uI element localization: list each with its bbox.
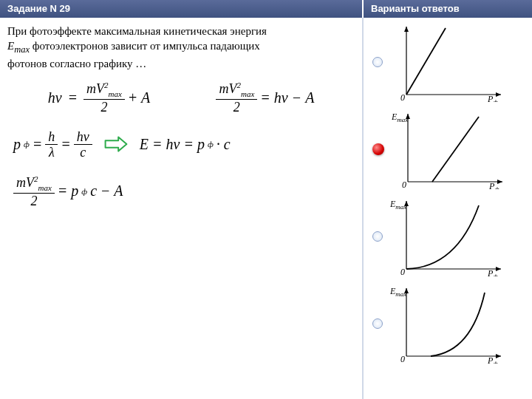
e-lhs: E = hν = p (140, 136, 205, 153)
svg-text:Emax: Emax (392, 112, 408, 123)
formula-energy-1: hν = mV2max 2 + A (48, 81, 151, 114)
svg-marker-18 (496, 354, 501, 358)
axis-origin: 0 (400, 92, 405, 102)
graph-linear-origin: 0 Pф (390, 22, 505, 102)
f1-num: mV (86, 81, 104, 96)
radio-selected-icon[interactable] (372, 143, 384, 155)
question-text: При фотоэффекте максимальная кинетическа… (7, 24, 355, 71)
header-bar: Задание N 29 Варианты ответов (0, 0, 532, 18)
svg-marker-3 (404, 27, 409, 32)
f2-rhs: = hν − A (260, 89, 314, 106)
f2-sub: max (241, 89, 254, 98)
axis-origin-2: 0 (402, 180, 406, 189)
graph-concave-up: Emax 0 Pф (390, 284, 505, 364)
f1-sub: max (109, 89, 122, 98)
p-sub: ф (24, 140, 30, 149)
p-f2n: hν (74, 130, 92, 145)
formula-energy-2: mV2max 2 = hν − A (216, 81, 314, 114)
radio-unselected-icon[interactable] (372, 57, 383, 67)
e-rhs: · c (216, 136, 231, 153)
svg-text:Emax: Emax (390, 286, 406, 298)
p-eq1: = (33, 136, 43, 153)
f2-den: 2 (233, 100, 240, 114)
f3-r2: c − A (90, 183, 123, 200)
svg-marker-6 (497, 180, 502, 184)
answers-title: Варианты ответов (362, 0, 532, 18)
f3-num: mV (16, 175, 34, 190)
question-line2: фотоэлектронов зависит от импульса падаю… (30, 40, 260, 52)
question-line3: фотонов согласно графику … (7, 58, 146, 69)
implies-arrow-icon (104, 134, 128, 154)
svg-marker-12 (496, 267, 501, 271)
task-title: Задание N 29 (0, 0, 362, 18)
p-f2d: c (80, 145, 86, 159)
graph-linear-offset: Emax 0 Pф (392, 109, 506, 189)
formula-final: mV2max 2 = pфc − A (13, 175, 123, 208)
p-f1n: h (45, 130, 58, 145)
answers-panel: 0 Pф Emax 0 Pф (362, 18, 532, 399)
svg-text:Emax: Emax (390, 199, 406, 211)
p-f1d: λ (49, 145, 55, 159)
f3-sub: max (38, 183, 52, 192)
f1-den: 2 (100, 100, 107, 114)
graph-convex-up: Emax 0 Pф (390, 197, 505, 276)
f1-rhs: + A (128, 89, 150, 106)
svg-marker-1 (496, 92, 501, 97)
f2-num: mV (219, 81, 236, 96)
f3-sup: 2 (34, 174, 38, 183)
p-lhs: p (13, 136, 21, 153)
option-1[interactable]: 0 Pф (372, 22, 526, 102)
radio-unselected-icon[interactable] (372, 231, 383, 242)
option-2[interactable]: Emax 0 Pф (372, 109, 526, 189)
axis-origin-3: 0 (400, 267, 405, 276)
f3-sub2: ф (81, 187, 87, 196)
f3-r1: = p (58, 183, 79, 200)
e-sub: ф (208, 140, 214, 149)
radio-unselected-icon[interactable] (372, 318, 383, 329)
option-3[interactable]: Emax 0 Pф (372, 197, 526, 276)
emax-symbol: Emax (7, 40, 30, 52)
f2-sup: 2 (236, 81, 241, 89)
option-4[interactable]: Emax 0 Pф (372, 284, 526, 364)
question-panel: При фотоэффекте максимальная кинетическа… (0, 18, 362, 399)
f3-den: 2 (30, 194, 37, 208)
formula-momentum: pф = h λ = hν c (13, 130, 92, 159)
question-line1: При фотоэффекте максимальная кинетическа… (7, 25, 267, 37)
f1-sup: 2 (104, 81, 109, 89)
axis-origin-4: 0 (400, 354, 405, 364)
f1-lhs: hν (48, 89, 62, 106)
p-eq2: = (61, 136, 71, 153)
formula-energy-momentum: E = hν = pф · c (140, 136, 231, 153)
